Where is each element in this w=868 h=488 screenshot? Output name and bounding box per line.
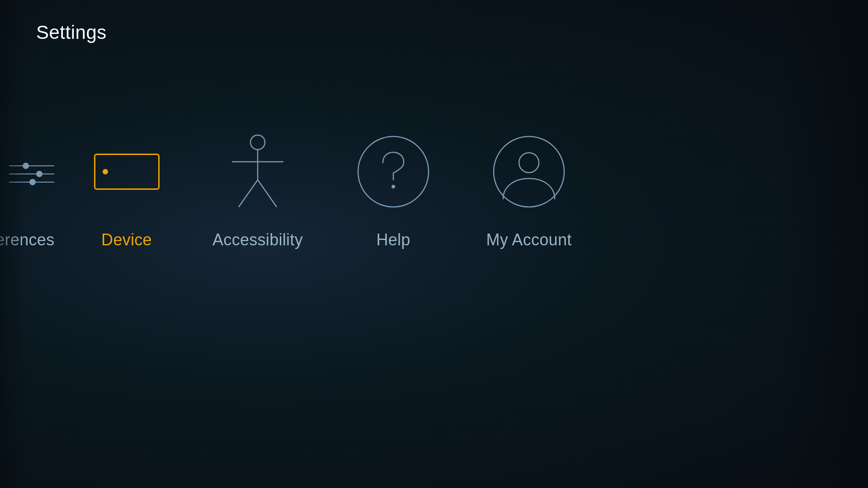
device-label: Device <box>101 230 152 249</box>
svg-point-8 <box>519 153 539 173</box>
svg-point-5 <box>358 136 429 207</box>
help-icon <box>353 131 434 212</box>
my-account-label: My Account <box>486 230 571 249</box>
my-account-icon <box>488 131 570 212</box>
right-fade-overlay <box>778 0 868 488</box>
device-icon <box>86 131 167 212</box>
sidebar-item-preferences[interactable]: ferences <box>0 131 63 249</box>
sidebar-item-help[interactable]: Help <box>326 131 461 249</box>
device-dot <box>103 169 108 174</box>
preferences-icon <box>0 131 72 212</box>
accessibility-label: Accessibility <box>212 230 303 249</box>
slider-row-3 <box>9 182 54 183</box>
slider-row-2 <box>9 174 54 174</box>
svg-point-0 <box>250 135 265 150</box>
svg-line-3 <box>239 180 258 207</box>
accessibility-icon <box>217 131 298 212</box>
settings-row: ferences Device Accessibi <box>0 131 597 249</box>
sidebar-item-my-account[interactable]: My Account <box>461 131 597 249</box>
help-label: Help <box>376 230 410 249</box>
svg-point-7 <box>494 136 564 207</box>
sidebar-item-accessibility[interactable]: Accessibility <box>190 131 326 249</box>
svg-point-6 <box>392 185 395 188</box>
page-title: Settings <box>36 22 107 43</box>
svg-line-4 <box>258 180 277 207</box>
sidebar-item-device[interactable]: Device <box>63 131 190 249</box>
slider-row-1 <box>9 165 54 166</box>
preferences-label: ferences <box>0 230 54 249</box>
